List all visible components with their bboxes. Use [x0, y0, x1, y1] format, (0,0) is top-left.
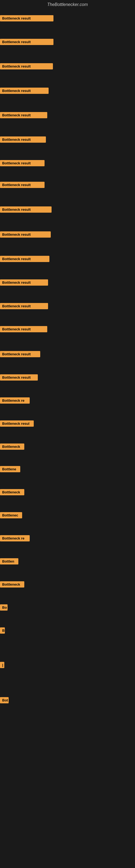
bottleneck-result-item[interactable]: Bottleneck result — [0, 351, 40, 358]
bottleneck-result-item[interactable]: Bo — [0, 604, 8, 612]
bottleneck-badge: Bottleneck result — [0, 112, 47, 118]
bottleneck-badge: Bottleneck result — [0, 231, 51, 238]
bottleneck-result-item[interactable]: Bottleneck — [0, 443, 24, 451]
bottleneck-result-item[interactable]: Bottlen — [0, 558, 18, 565]
bottleneck-badge: Bottleneck result — [0, 160, 45, 166]
bottleneck-badge: Bottleneck result — [0, 207, 52, 213]
bottleneck-result-item[interactable]: Bottleneck resul — [0, 421, 34, 428]
bottleneck-badge: Bottleneck — [0, 443, 24, 450]
bottleneck-badge: Bottleneck — [0, 489, 24, 495]
bottleneck-badge: Bottlen — [0, 558, 18, 564]
bottleneck-result-item[interactable]: Bottleneck — [0, 581, 24, 589]
site-title: TheBottlenecker.com — [0, 0, 135, 9]
bottleneck-badge: Bot — [0, 697, 9, 703]
bottleneck-result-item[interactable]: Bottleneck re — [0, 535, 30, 542]
bottleneck-result-item[interactable]: Bottleneck result — [0, 160, 45, 167]
bottleneck-result-item[interactable]: Bottleneck result — [0, 182, 45, 189]
bottleneck-badge: Bo — [0, 604, 8, 611]
bottleneck-result-item[interactable]: Bottleneck result — [0, 207, 52, 214]
bottleneck-badge: Bottleneck result — [0, 63, 53, 69]
bottleneck-badge: Bottleneck re — [0, 397, 30, 404]
bottleneck-badge: Bottleneck result — [0, 15, 53, 22]
bottleneck-badge: Bottleneck result — [0, 374, 38, 380]
bottleneck-badge: Bottleneck result — [0, 279, 48, 286]
bottleneck-result-item[interactable]: Bottleneck result — [0, 256, 49, 263]
bottleneck-result-item[interactable]: Bottleneck result — [0, 231, 51, 239]
bottleneck-badge: Bottleneck result — [0, 256, 49, 262]
bottleneck-badge: Bottleneck result — [0, 136, 46, 143]
bottleneck-badge: Bottleneck result — [0, 182, 45, 188]
bottleneck-result-item[interactable]: Bottleneck result — [0, 39, 53, 46]
bottleneck-badge: Bottleneck result — [0, 326, 47, 332]
bottleneck-badge: Bottleneck resul — [0, 421, 34, 427]
bottleneck-result-item[interactable]: Bottlene — [0, 466, 20, 473]
bottleneck-result-item[interactable]: Bottlenec — [0, 512, 22, 520]
bottleneck-result-item[interactable]: Bot — [0, 697, 9, 705]
bottleneck-badge: Bottleneck result — [0, 88, 49, 94]
bottleneck-result-item[interactable]: Bottleneck result — [0, 15, 53, 23]
bottleneck-result-item[interactable]: Bottleneck result — [0, 136, 46, 144]
bottleneck-result-item[interactable]: Bottleneck result — [0, 112, 47, 119]
bottleneck-result-item[interactable]: Bottleneck — [0, 489, 24, 496]
bottleneck-result-item[interactable]: Bottleneck result — [0, 88, 49, 95]
bottleneck-result-item[interactable]: Bottleneck result — [0, 326, 47, 333]
bottleneck-badge: Bottleneck result — [0, 303, 48, 309]
bottleneck-result-item[interactable]: Bottleneck re — [0, 397, 30, 405]
bottleneck-badge: Bottlenec — [0, 512, 22, 518]
bottleneck-badge: | — [0, 662, 4, 668]
bottleneck-result-item[interactable]: B — [0, 627, 5, 635]
bottleneck-badge: Bottleneck result — [0, 351, 40, 357]
bottleneck-badge: B — [0, 627, 5, 633]
bottleneck-badge: Bottleneck — [0, 581, 24, 588]
bottleneck-result-item[interactable]: Bottleneck result — [0, 279, 48, 287]
bottleneck-result-item[interactable]: Bottleneck result — [0, 63, 53, 70]
bottleneck-badge: Bottleneck re — [0, 535, 30, 541]
bottleneck-result-item[interactable]: Bottleneck result — [0, 374, 38, 382]
bottleneck-badge: Bottlene — [0, 466, 20, 472]
bottleneck-result-item[interactable]: | — [0, 662, 4, 669]
bottleneck-result-item[interactable]: Bottleneck result — [0, 303, 48, 310]
bottleneck-badge: Bottleneck result — [0, 39, 53, 45]
